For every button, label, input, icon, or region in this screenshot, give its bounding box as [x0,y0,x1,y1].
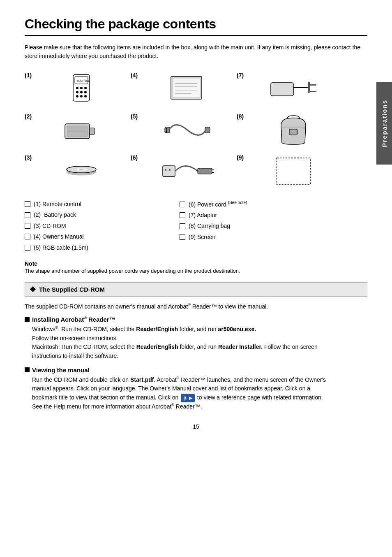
item-4: (4) [131,70,228,107]
checklist-label-5: (5) RGB cable (1.5m) [34,243,88,252]
checklist-item-5: (5) RGB cable (1.5m) [25,243,180,252]
svg-rect-27 [165,127,170,133]
item-7-image [252,74,334,103]
checklist-item-9: (9) Screen [180,232,334,241]
svg-rect-18 [271,83,293,96]
svg-point-10 [84,95,87,97]
checkbox-1 [25,201,30,207]
checklist-label-3: (3) CD-ROM [34,221,66,230]
checkbox-8 [180,223,185,229]
page-title: Checking the package contents [25,16,367,32]
page-number: 15 [25,423,367,430]
remote-control-icon: TOSHIBA [65,72,98,105]
installing-para-1: Windows®: Run the CD-ROM, select the Rea… [32,325,334,343]
item-2: (2) [25,111,122,149]
title-divider [25,35,367,36]
installing-para-2: Macintosh: Run the CD-ROM, select the Re… [32,343,334,360]
svg-point-8 [76,95,78,97]
svg-point-4 [84,87,87,89]
svg-point-38 [79,169,83,170]
carrying-bag-icon [273,114,314,146]
item-5: (5) [131,111,228,149]
manual-icon [167,74,208,103]
checklist-label-8: (8) Carrying bag [189,221,230,230]
checklist-item-8: (8) Carrying bag [180,221,334,230]
item-8-image [252,114,334,146]
svg-point-32 [166,132,167,133]
item-4-number: (4) [131,72,142,79]
viewing-title-text: Viewing the manual [32,367,90,374]
svg-text:TOSHIBA: TOSHIBA [76,79,89,82]
item-5-number: (5) [131,113,142,120]
svg-point-9 [80,95,83,97]
svg-rect-13 [173,78,200,97]
item-5-image [146,116,228,144]
installing-title: Installing Acrobat® Reader™ [25,316,334,323]
item-7-number: (7) [237,72,248,79]
black-square-icon-2 [25,367,30,372]
cdrom-title-text: The Supplied CD-ROM [39,286,105,293]
power-cord-note-sup: (See note) [228,200,247,205]
startpdf-bold: Start.pdf [130,376,154,383]
checklist-item-1: (1) Remote control [25,200,180,209]
svg-rect-22 [310,91,316,92]
item-4-image [146,74,228,103]
item-6: (6) [131,153,228,190]
item-3-number: (3) [25,154,36,161]
item-3-image [40,155,122,188]
note-title: Note [25,260,334,267]
note-section: Note The shape and number of supplied po… [25,260,367,274]
installing-text: Windows®: Run the CD-ROM, select the Rea… [32,325,334,361]
svg-point-31 [166,131,167,132]
checklist-label-1: (1) Remote control [34,200,81,209]
item-9: (9) [237,153,334,190]
svg-point-43 [165,169,166,171]
checklist-col-left: (1) Remote control (2) Battery pack (3) … [25,200,180,252]
svg-point-5 [76,91,78,93]
item-9-image [252,155,334,188]
items-grid: (1) TOSHIBA (4) [25,70,367,190]
intro-paragraph: Please make sure that the following item… [25,43,367,60]
checklist-item-3: (3) CD-ROM [25,221,180,230]
viewing-section: Viewing the manual Run the CD-ROM and do… [25,367,367,411]
screen-icon [273,155,314,188]
installing-title-text: Installing Acrobat® Reader™ [32,316,115,323]
viewing-text: Run the CD-ROM and double-click on Start… [32,376,334,411]
svg-point-29 [166,128,167,130]
note-text: The shape and number of supplied power c… [25,268,334,274]
black-square-icon [25,317,30,322]
diamond-icon [30,286,36,292]
power-cord-icon [161,157,214,186]
cdrom-description: The supplied CD-ROM contains an owner's … [25,302,367,311]
item-6-number: (6) [131,154,142,161]
cd-icon [65,155,98,188]
rgb-cable-icon [163,116,212,144]
item-1-number: (1) [25,72,36,79]
checkbox-6 [180,202,185,207]
item-7: (7) [237,70,334,107]
adaptor-icon [269,74,318,103]
svg-point-30 [166,130,167,131]
battery-icon [61,116,102,144]
page-ref-button[interactable]: p. [181,394,195,402]
svg-rect-34 [289,129,297,135]
checkbox-3 [25,223,30,229]
checklist-label-2: (2) [34,210,41,219]
viewing-title: Viewing the manual [25,367,334,374]
svg-point-6 [80,91,83,93]
checkbox-7 [180,212,185,218]
checklist-label-7: (7) Adaptor [189,211,217,220]
viewing-para: Run the CD-ROM and double-click on Start… [32,376,334,411]
svg-point-2 [76,87,78,89]
item-2-number: (2) [25,113,36,120]
folder-1-bold: Reader/English [136,326,178,332]
svg-point-44 [169,169,171,171]
item-8-number: (8) [237,113,248,120]
item-8: (8) [237,111,334,149]
svg-point-3 [80,87,83,89]
svg-rect-39 [163,166,175,176]
checklist-col-right: (6) Power cord (See note) (7) Adaptor (8… [180,200,334,252]
svg-rect-28 [205,127,210,133]
folder-2-bold: Reader/English [136,343,178,350]
svg-rect-19 [293,87,308,88]
